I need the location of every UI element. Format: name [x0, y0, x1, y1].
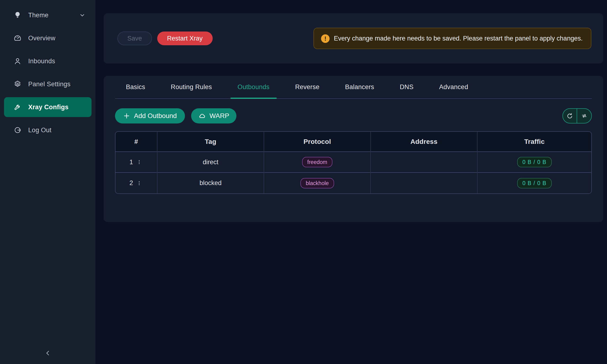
sidebar-item-overview[interactable]: Overview: [4, 28, 92, 48]
column-header-tag: Tag: [157, 132, 264, 152]
column-header-index: #: [116, 132, 157, 152]
protocol-badge: blackhole: [300, 178, 334, 188]
save-button[interactable]: Save: [117, 31, 152, 45]
sidebar-item-panel-settings[interactable]: Panel Settings: [4, 74, 92, 94]
tab-routing-rules[interactable]: Routing Rules: [164, 76, 219, 98]
traffic-badge: 0 B / 0 B: [517, 157, 552, 167]
top-buttons: Save Restart Xray: [117, 31, 213, 45]
chevron-left-icon: [44, 350, 52, 357]
xray-config-card: Basics Routing Rules Outbounds Reverse B…: [104, 76, 603, 222]
row-menu-button[interactable]: [135, 179, 143, 187]
dashboard-gauge-icon: [13, 34, 22, 42]
sidebar-item-inbounds[interactable]: Inbounds: [4, 51, 92, 71]
sidebar-item-label: Overview: [28, 35, 55, 42]
main-content: Save Restart Xray Every change made here…: [95, 0, 607, 364]
table-row: 1 direct freedom 0 B / 0 B: [116, 152, 591, 172]
column-header-traffic: Traffic: [477, 132, 591, 152]
lightbulb-icon: [13, 11, 22, 19]
repeat-button[interactable]: [577, 109, 591, 123]
vertical-dots-icon: [136, 180, 142, 186]
chevron-down-icon: [79, 12, 85, 18]
warp-label: WARP: [210, 112, 229, 120]
address-cell: [370, 172, 477, 193]
save-restart-card: Save Restart Xray Every change made here…: [104, 13, 603, 64]
repeat-icon: [581, 112, 588, 119]
outbounds-table: # Tag Protocol Address Traffic 1: [115, 131, 592, 194]
wrench-icon: [13, 103, 22, 111]
user-icon: [13, 57, 22, 65]
logout-icon: [13, 126, 22, 134]
sidebar-item-label: Xray Configs: [28, 104, 68, 111]
sidebar-item-label: Log Out: [28, 127, 52, 134]
refresh-button[interactable]: [563, 109, 577, 123]
plus-icon: [123, 112, 130, 119]
sidebar-item-logout[interactable]: Log Out: [4, 120, 92, 140]
sidebar-item-label: Panel Settings: [28, 80, 70, 88]
tag-cell: blocked: [157, 172, 264, 193]
warp-button[interactable]: WARP: [191, 108, 237, 123]
tab-reverse[interactable]: Reverse: [288, 76, 327, 98]
table-header-row: # Tag Protocol Address Traffic: [116, 132, 591, 152]
add-outbound-button[interactable]: Add Outbound: [115, 108, 185, 123]
warning-icon: [321, 34, 330, 43]
row-index: 1: [130, 158, 133, 166]
sidebar-item-xray-configs[interactable]: Xray Configs: [4, 97, 92, 117]
protocol-badge: freedom: [302, 157, 332, 167]
tab-balancers[interactable]: Balancers: [338, 76, 381, 98]
sidebar-collapse-button[interactable]: [0, 347, 95, 360]
config-tabs: Basics Routing Rules Outbounds Reverse B…: [115, 76, 592, 99]
tab-outbounds[interactable]: Outbounds: [230, 76, 277, 98]
restart-warning-alert: Every change made here needs to be saved…: [314, 28, 591, 49]
add-outbound-label: Add Outbound: [134, 112, 177, 120]
tag-cell: direct: [157, 152, 264, 172]
address-cell: [370, 152, 477, 172]
refresh-button-group: [562, 108, 592, 123]
row-menu-button[interactable]: [135, 158, 143, 166]
column-header-protocol: Protocol: [264, 132, 370, 152]
app-window: Theme Overview Inbounds Panel Settings: [0, 0, 607, 364]
table-row: 2 blocked blackhole 0 B / 0 B: [116, 172, 591, 193]
theme-label: Theme: [28, 12, 49, 19]
restart-xray-button[interactable]: Restart Xray: [157, 31, 213, 45]
column-header-address: Address: [370, 132, 477, 152]
gear-icon: [13, 80, 22, 88]
theme-selector[interactable]: Theme: [4, 6, 92, 25]
tab-basics[interactable]: Basics: [119, 76, 152, 98]
outbounds-actions-row: Add Outbound WARP: [115, 108, 592, 123]
sidebar-item-label: Inbounds: [28, 58, 55, 65]
tab-advanced[interactable]: Advanced: [432, 76, 475, 98]
row-index: 2: [130, 179, 133, 187]
sidebar: Theme Overview Inbounds Panel Settings: [0, 0, 95, 364]
traffic-badge: 0 B / 0 B: [517, 178, 552, 188]
vertical-dots-icon: [136, 159, 142, 165]
tab-dns[interactable]: DNS: [393, 76, 421, 98]
alert-text: Every change made here needs to be saved…: [334, 33, 582, 43]
refresh-icon: [566, 112, 573, 119]
cloud-icon: [198, 112, 206, 120]
